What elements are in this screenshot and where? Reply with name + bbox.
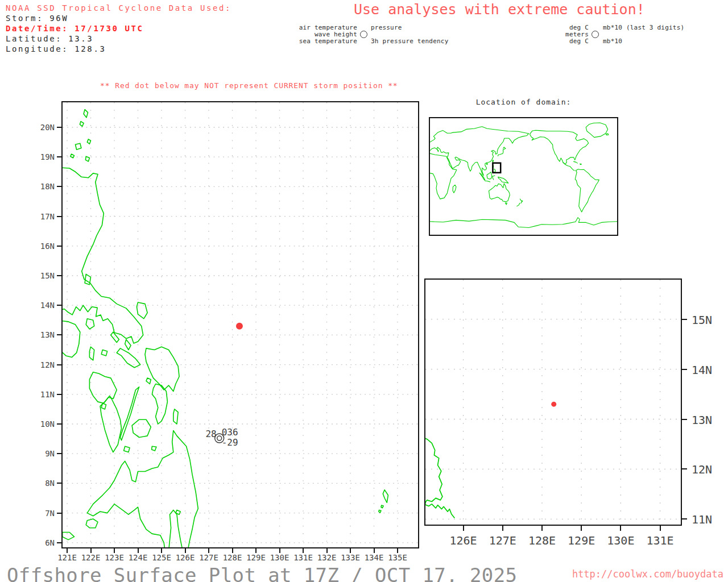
coastline (120, 387, 139, 440)
coastline (63, 168, 143, 344)
coastline (76, 143, 81, 149)
world-coastline (573, 161, 578, 163)
world-coastline (487, 172, 492, 179)
coastline (86, 319, 94, 329)
x-axis-tick (397, 548, 398, 553)
world-coastline (575, 169, 599, 212)
x-axis-tick (90, 548, 92, 553)
station-pressure-tendency: -29 (222, 437, 238, 448)
x-axis-tick (350, 548, 351, 553)
station-circle-inner-icon (217, 436, 222, 440)
x-axis-tick (502, 526, 503, 531)
storm-id-line: Storm: 96W (6, 14, 231, 24)
x-axis-tick (208, 548, 209, 553)
world-coastline (530, 130, 589, 171)
x-axis-tick (463, 526, 464, 531)
world-coastline (430, 218, 617, 228)
y-axis-tick (682, 468, 687, 469)
inset-map-title: Location of domain: (429, 98, 618, 106)
y-axis-label: 17N (28, 212, 55, 221)
y-axis-label: 7N (28, 509, 55, 518)
coastline (63, 533, 75, 540)
x-axis-label: 135E (384, 553, 411, 562)
x-axis-tick (114, 548, 115, 553)
x-axis-label: 131E (642, 534, 679, 547)
world-coastline (516, 203, 520, 206)
x-axis-tick (581, 526, 582, 531)
x-axis-tick (161, 548, 162, 553)
y-axis-tick (57, 186, 61, 187)
world-coastline (498, 177, 508, 183)
x-axis-label: 126E (445, 534, 482, 547)
y-axis-label: 14N (692, 363, 726, 377)
y-axis-tick (682, 419, 687, 420)
station-air-temperature: 28 (205, 429, 216, 439)
x-axis-tick (185, 548, 186, 553)
y-axis-tick (57, 453, 61, 454)
coastline (383, 490, 388, 502)
y-axis-label: 6N (28, 538, 55, 547)
y-axis-tick (57, 127, 61, 128)
x-axis-tick (232, 548, 233, 553)
y-axis-tick (57, 483, 61, 484)
world-coastline (493, 160, 494, 163)
y-axis-label: 13N (692, 413, 726, 427)
legend-degc-bottom-label: deg C (569, 38, 589, 45)
y-axis-label: 19N (28, 152, 55, 161)
source-url-link[interactable]: http://coolwx.com/buoydata (572, 568, 723, 580)
coastline (146, 378, 151, 384)
storm-detail-map (424, 278, 682, 526)
world-locator-map (429, 117, 618, 236)
coastline (71, 154, 75, 158)
y-axis-tick (57, 364, 61, 365)
detail-map-canvas (425, 280, 681, 525)
coastline (85, 156, 89, 161)
legend-mb10-label: mb*10 (603, 38, 622, 45)
storm-longitude-line: Longitude: 128.3 (6, 44, 231, 55)
x-axis-tick (255, 548, 257, 553)
y-axis-label: 15N (692, 313, 726, 327)
legend-pressure-tendency-label: 3h pressure tendency (371, 38, 448, 45)
y-axis-tick (57, 216, 61, 217)
x-axis-tick (303, 548, 304, 553)
plot-title: Offshore Surface Plot at 17Z / OCT 17, 2… (7, 564, 517, 582)
world-coastline (520, 199, 523, 203)
station-circle-icon (592, 31, 599, 38)
station-circle-icon (360, 31, 367, 38)
storm-latitude-line: Latitude: 13.3 (6, 34, 231, 44)
coastline (425, 436, 454, 518)
y-axis-label: 9N (28, 449, 55, 458)
y-axis-tick (57, 246, 61, 247)
y-axis-tick (57, 394, 61, 395)
y-axis-label: 20N (28, 123, 55, 132)
x-axis-tick (67, 548, 68, 553)
storm-info-block: NOAA SSD Tropical Cyclone Data Used: Sto… (6, 3, 231, 55)
y-axis-label: 12N (28, 360, 55, 369)
y-axis-tick (57, 423, 61, 425)
coastline (136, 302, 147, 319)
y-axis-tick (682, 518, 687, 519)
x-axis-tick (541, 526, 543, 531)
coastline (379, 510, 381, 513)
coastline (124, 446, 130, 452)
y-axis-tick (57, 513, 61, 514)
legend-mb10-last3-label: mb*10 (last 3 digits) (603, 24, 684, 31)
y-axis-label: 11N (692, 513, 726, 526)
coastline (87, 431, 198, 548)
coastline (89, 347, 94, 360)
coastline (381, 505, 383, 508)
x-axis-tick (326, 548, 328, 553)
coastline (132, 419, 151, 437)
y-axis-label: 16N (28, 242, 55, 251)
x-axis-tick (279, 548, 280, 553)
storm-position-warning: ** Red dot below may NOT represent CURRE… (100, 81, 398, 90)
y-axis-tick (57, 334, 61, 335)
coastline (85, 274, 90, 284)
x-axis-label: 130E (602, 534, 639, 547)
y-axis-tick (682, 319, 687, 320)
world-coastline (606, 134, 609, 135)
y-axis-label: 11N (28, 390, 55, 399)
world-coastline (485, 181, 490, 182)
y-axis-tick (682, 369, 687, 370)
x-axis-tick (660, 526, 661, 531)
